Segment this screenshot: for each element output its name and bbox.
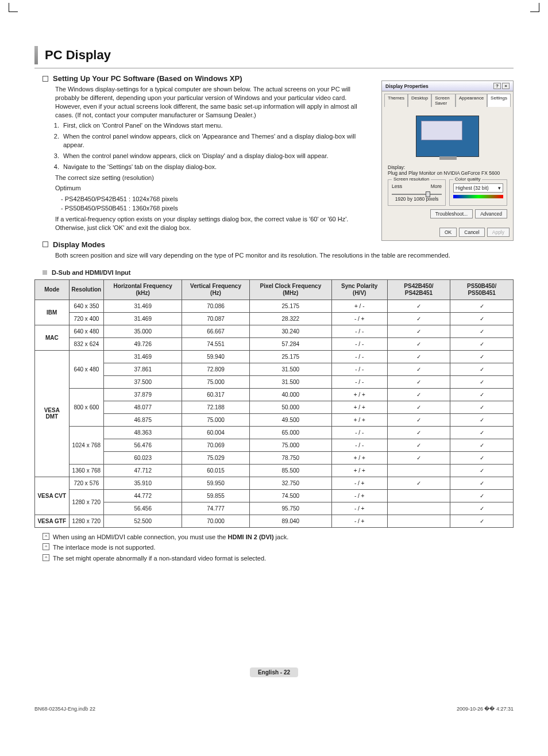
table-cell: - / + (331, 477, 387, 489)
table-row: MAC640 x 48035.00066.66730.240- / -✓✓ (35, 325, 514, 337)
table-cell: + / + (331, 413, 387, 426)
table-cell: - / - (331, 350, 387, 363)
table-cell: ✓ (387, 300, 450, 312)
tab-themes[interactable]: Themes (384, 94, 408, 107)
table-cell: 35.910 (104, 477, 182, 489)
table-cell: + / + (331, 464, 387, 477)
table-row: 37.50075.00031.500- / -✓✓ (35, 375, 514, 388)
table-cell: ✓ (387, 363, 450, 375)
table-cell: 49.726 (104, 337, 182, 350)
advanced-button[interactable]: Advanced (475, 209, 507, 218)
title-rule (34, 68, 514, 68)
section1-heading: Setting Up Your PC Software (Based on Wi… (53, 74, 242, 83)
table-cell (387, 502, 450, 515)
table-cell (387, 489, 450, 502)
table-cell: ✓ (450, 515, 514, 527)
table-cell: - / + (331, 312, 387, 325)
resolution-slider[interactable] (392, 194, 442, 195)
note-text: The set might operate abnormally if a no… (53, 554, 266, 563)
resolution-cell: 720 x 576 (69, 477, 104, 489)
table-cell: 28.322 (249, 312, 331, 325)
table-header: PS42B450/ PS42B451 (387, 279, 450, 300)
color-quality-select[interactable]: Highest (32 bit) ▾ (453, 183, 503, 193)
table-cell: 25.175 (249, 350, 331, 363)
section2-intro: Both screen position and size will vary … (55, 251, 514, 260)
troubleshoot-button[interactable]: Troubleshoot... (430, 209, 473, 218)
color-gradient-bar (453, 195, 503, 198)
table-cell: - / - (331, 439, 387, 451)
table-cell: - / - (331, 337, 387, 350)
crop-marks (3, 3, 545, 14)
table-cell: ✓ (387, 401, 450, 413)
tab-screen-saver[interactable]: Screen Saver (431, 94, 456, 107)
resolution-cell: 832 x 624 (69, 337, 104, 350)
color-quality-legend: Color quality (453, 176, 482, 182)
help-button[interactable]: ? (493, 83, 501, 89)
table-cell: ✓ (450, 375, 514, 388)
table-row: VESA CVT720 x 57635.91059.95032.750- / +… (35, 477, 514, 489)
table-cell: ✓ (387, 477, 450, 489)
table-cell: ✓ (387, 413, 450, 426)
table-cell: 31.469 (104, 350, 182, 363)
resolution-value: 1920 by 1080 pixels (392, 196, 442, 202)
table-cell: ✓ (450, 363, 514, 375)
ok-button[interactable]: OK (439, 228, 457, 237)
page-number-pill: English - 22 (250, 667, 298, 677)
display-value: Plug and Play Monitor on NVIDIA GeForce … (388, 170, 507, 176)
table-cell: 37.861 (104, 363, 182, 375)
table-header: Resolution (69, 279, 104, 300)
table-header: PS50B450/ PS50B451 (450, 279, 514, 300)
table-cell: + / + (331, 388, 387, 401)
footer-right: 2009-10-26 �� 4:27:31 (457, 706, 514, 712)
table-cell: 35.000 (104, 325, 182, 337)
display-label: Display: (388, 164, 507, 170)
mode-cell: IBM (35, 300, 70, 325)
table-cell: ✓ (450, 489, 514, 502)
table-row: 1024 x 76848.36360.00465.000- / -✓✓ (35, 426, 514, 439)
close-button[interactable]: × (502, 83, 510, 89)
note-icon: 𝄐 (43, 533, 49, 540)
dialog-tabs: Themes Desktop Screen Saver Appearance S… (382, 91, 513, 107)
table-cell: 66.667 (182, 325, 250, 337)
table-cell: 65.000 (249, 426, 331, 439)
note-row: 𝄐The interlace mode is not supported. (43, 543, 514, 552)
table-cell: 60.004 (182, 426, 250, 439)
cancel-button[interactable]: Cancel (459, 228, 484, 237)
table-cell: ✓ (387, 312, 450, 325)
table-cell: ✓ (387, 388, 450, 401)
table-cell: 48.363 (104, 426, 182, 439)
table-cell: ✓ (450, 439, 514, 451)
table-cell: 70.069 (182, 439, 250, 451)
table-cell: ✓ (450, 502, 514, 515)
note-icon: 𝄐 (43, 543, 49, 550)
table-cell: 52.500 (104, 515, 182, 527)
tab-settings[interactable]: Settings (487, 94, 511, 107)
table-cell: 56.476 (104, 439, 182, 451)
table-cell: - / + (331, 502, 387, 515)
table-cell: + / - (331, 300, 387, 312)
section1-intro: The Windows display-settings for a typic… (55, 85, 370, 119)
table-header: Mode (35, 279, 70, 300)
note-icon: 𝄐 (43, 554, 49, 561)
table-cell: 25.175 (249, 300, 331, 312)
table-cell: 75.000 (249, 439, 331, 451)
table-cell: ✓ (450, 350, 514, 363)
table-row: 1280 x 72044.77259.85574.500- / +✓ (35, 489, 514, 502)
table-row: IBM640 x 35031.46970.08625.175+ / -✓✓ (35, 300, 514, 312)
table-header: Vertical Frequency (Hz) (182, 279, 250, 300)
table-cell: 56.456 (104, 502, 182, 515)
tab-appearance[interactable]: Appearance (456, 94, 487, 107)
table-cell: ✓ (450, 413, 514, 426)
section2-heading: Display Modes (53, 240, 105, 249)
table-cell: - / + (331, 489, 387, 502)
table-cell: - / - (331, 325, 387, 337)
table-cell: 75.000 (182, 413, 250, 426)
table-cell: 72.188 (182, 401, 250, 413)
table-cell: 31.469 (104, 312, 182, 325)
tab-desktop[interactable]: Desktop (408, 94, 431, 107)
apply-button[interactable]: Apply (487, 228, 510, 237)
table-cell: 70.086 (182, 300, 250, 312)
table-cell: ✓ (450, 464, 514, 477)
table-cell: - / - (331, 426, 387, 439)
table-cell: 57.284 (249, 337, 331, 350)
